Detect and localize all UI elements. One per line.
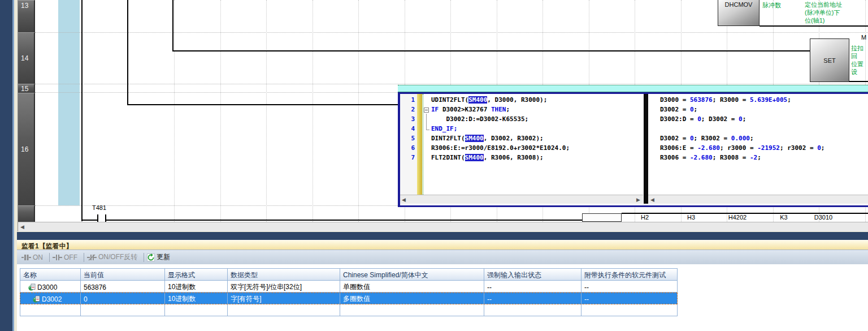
set-instruction-box[interactable]: SET <box>810 38 849 82</box>
table-cell[interactable]: 0 <box>81 293 165 304</box>
dhcmov-instruction-box[interactable]: DHCMOV <box>718 0 760 26</box>
operand-label[interactable]: H2 <box>625 214 665 221</box>
ladder-horizontal-scrollbar[interactable]: ◀ <box>18 222 868 231</box>
table-cell[interactable]: 字[有符号] <box>228 293 340 304</box>
column-header[interactable]: Chinese Simplified/简体中文 <box>340 268 484 281</box>
device-name-cell[interactable] <box>20 304 81 316</box>
table-cell[interactable]: 单圈数值 <box>340 281 484 293</box>
table-cell[interactable] <box>340 304 484 316</box>
operand-label[interactable]: H4202 <box>718 214 757 221</box>
contact-off-icon <box>53 254 62 261</box>
scroll-right-icon[interactable]: ▶ <box>636 196 640 204</box>
device-name-cell[interactable]: D3002 <box>20 293 81 304</box>
column-header[interactable]: 当前值 <box>81 268 165 281</box>
contact-bar-left[interactable] <box>97 214 98 222</box>
operand-label[interactable]: M <box>855 214 868 221</box>
device-name: D3000 <box>37 283 57 291</box>
st-monitor-line: R3006:E = -2.680; r3000 = -21952; r3002 … <box>660 144 824 152</box>
column-header[interactable]: 名称 <box>20 268 81 281</box>
operand-value-box[interactable] <box>582 213 622 222</box>
column-header[interactable]: 强制输入输出状态 <box>484 268 581 281</box>
table-cell[interactable]: 563876 <box>81 281 165 293</box>
rung-number-15[interactable]: 15 <box>18 84 35 93</box>
scroll-left-icon[interactable]: ◀ <box>650 196 654 204</box>
grid-line <box>220 0 221 222</box>
refresh-button[interactable]: 更新 <box>147 252 170 262</box>
st-line-number: 4 <box>400 125 415 132</box>
st-line-number: 6 <box>400 144 415 152</box>
table-cell[interactable] <box>165 304 228 316</box>
grid-line <box>35 84 868 84</box>
dock-separator[interactable] <box>17 231 868 240</box>
table-row[interactable] <box>20 304 678 316</box>
set-label: SET <box>823 57 835 64</box>
st-code-scrollbar[interactable]: ◀ ▶ <box>400 195 643 204</box>
table-cell[interactable] <box>81 304 165 316</box>
st-code-line[interactable]: UDINT2FLT(SM400, D3000, R3000); <box>431 96 547 104</box>
table-cell[interactable]: 多圈数值 <box>340 293 484 304</box>
st-line-number: 5 <box>400 135 415 142</box>
device-name-cell[interactable]: D3000 <box>20 281 81 293</box>
watch-table: 名称当前值显示格式数据类型Chinese Simplified/简体中文强制输入… <box>20 268 678 316</box>
dhcmov-label: DHCMOV <box>725 1 753 8</box>
table-cell[interactable] <box>228 304 340 316</box>
table-cell[interactable]: -- <box>581 293 678 304</box>
st-pane-divider[interactable] <box>644 94 648 204</box>
operand-label[interactable]: D3010 <box>804 214 843 221</box>
watch-window-titlebar[interactable]: 监看1【监看中】 <box>17 240 868 250</box>
on-button[interactable]: ON <box>21 253 43 261</box>
st-editor-header-bar[interactable] <box>398 85 868 92</box>
st-gutter-margin-line <box>423 94 423 195</box>
refresh-button-label: 更新 <box>157 252 170 262</box>
st-code-line[interactable]: R3006:E:=r3000/E8192.0+r3002*E1024.0; <box>431 144 570 152</box>
table-row[interactable]: D300056387610进制数双字[无符号]/位串[32位]单圈数值---- <box>20 281 678 293</box>
contact-bar-right[interactable] <box>105 214 106 222</box>
st-monitor-scrollbar[interactable]: ◀ <box>648 195 868 204</box>
device-icon <box>33 295 40 303</box>
table-cell[interactable]: -- <box>484 281 581 293</box>
device-name: D3002 <box>42 295 62 303</box>
st-code-line[interactable]: FLT2DINT(SM400, R3006, R3008); <box>431 154 544 161</box>
st-monitor-line: D3002:D = 0; D3002 = 0; <box>660 115 746 123</box>
table-row[interactable]: D3002010进制数字[有符号]多圈数值---- <box>20 293 678 304</box>
column-header[interactable]: 数据类型 <box>228 268 340 281</box>
operand-label[interactable]: K3 <box>764 214 804 221</box>
scroll-left-icon[interactable]: ◀ <box>20 223 24 231</box>
contact-wire-right <box>106 220 582 221</box>
st-monitor-line: D3000 = 563876; R3000 = 5.639E+005; <box>660 96 791 104</box>
on-off-toggle-button[interactable]: ON/OFF反转 <box>87 252 137 262</box>
grid-line <box>313 0 313 222</box>
off-button[interactable]: OFF <box>53 253 77 261</box>
st-gutter-yellow-bar <box>417 94 422 195</box>
st-code-pane[interactable]: UDINT2FLT(SM400, D3000, R3000);IF D3002>… <box>431 94 641 195</box>
fold-collapse-icon[interactable] <box>424 108 429 113</box>
st-code-line[interactable]: DINT2FLT(SM400, D3002, R3002); <box>431 135 544 142</box>
table-cell[interactable]: -- <box>581 281 678 293</box>
st-code-line[interactable]: D3002:D:=D3002-K65535; <box>431 115 528 123</box>
st-monitor-line: R3006 = -2.680; R3008 = -2; <box>660 154 761 161</box>
grid-line <box>174 0 175 222</box>
rung-number-13[interactable]: 13 <box>18 0 35 32</box>
fold-connector-line <box>426 114 427 130</box>
rung-number-14[interactable]: 14 <box>18 32 35 84</box>
table-cell[interactable]: 双字[无符号]/位串[32位] <box>228 281 340 293</box>
table-cell[interactable]: -- <box>484 293 581 304</box>
column-header[interactable]: 附带执行条件的软元件测试 <box>581 268 678 281</box>
st-code-line[interactable]: IF D3002>K32767 THEN; <box>431 106 510 113</box>
table-cell[interactable] <box>581 304 678 316</box>
rung-number-16[interactable]: 16 <box>18 93 35 205</box>
column-header[interactable]: 显示格式 <box>165 268 228 281</box>
operand-label[interactable]: H3 <box>671 214 711 221</box>
scroll-left-icon[interactable]: ◀ <box>402 196 406 204</box>
table-cell[interactable]: 10进制数 <box>165 293 228 304</box>
toggle-button-label: ON/OFF反转 <box>98 252 137 262</box>
off-button-label: OFF <box>64 253 77 261</box>
rung-number-blank[interactable] <box>18 205 35 222</box>
set-device-label: M <box>861 34 866 41</box>
st-code-line[interactable]: END_IF; <box>431 125 457 132</box>
table-cell[interactable] <box>484 304 581 316</box>
table-cell[interactable]: 10进制数 <box>165 281 228 293</box>
device-icon <box>28 283 36 291</box>
contact-on-icon <box>21 254 31 261</box>
watch-table-header-row: 名称当前值显示格式数据类型Chinese Simplified/简体中文强制输入… <box>20 268 678 281</box>
